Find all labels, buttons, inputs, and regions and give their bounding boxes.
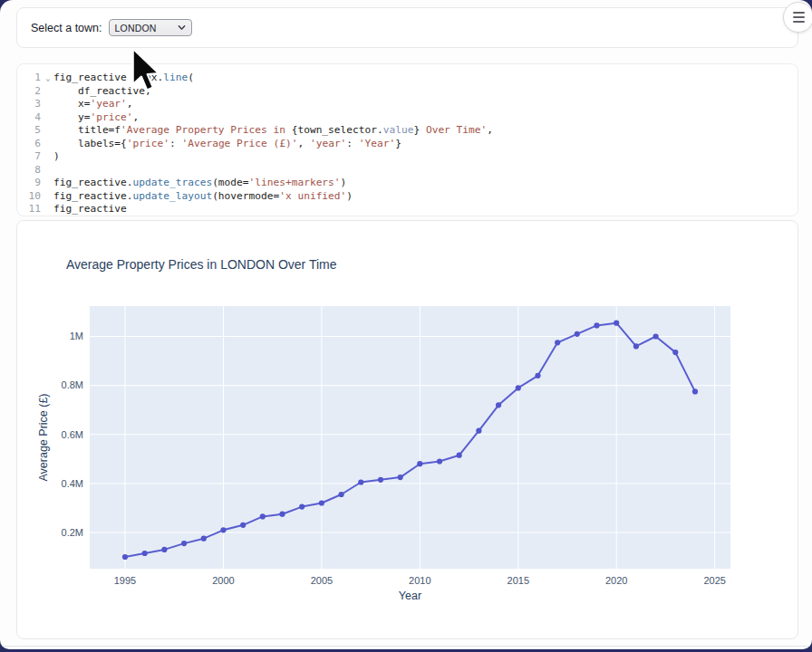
code-line: 5 title=f'Average Property Prices in {to… — [17, 124, 798, 138]
code-line: 8 — [17, 164, 798, 177]
y-axis-title: Average Price (£) — [37, 393, 50, 481]
town-selector-cell: Select a town: LONDON — [16, 7, 798, 48]
fold-gutter — [43, 111, 53, 125]
code-text: fig_reactive.update_traces(mode='lines+m… — [53, 177, 798, 190]
y-axis: 0.2M0.4M0.6M0.8M1MAverage Price (£) — [37, 331, 83, 538]
code-text: title=f'Average Property Prices in {town… — [53, 124, 798, 138]
code-text: ) — [53, 150, 798, 164]
line-number: 11 — [17, 203, 43, 216]
svg-text:0.4M: 0.4M — [62, 478, 83, 489]
code-text: labels={'price': 'Average Price (£)', 'y… — [53, 138, 798, 151]
fold-gutter — [43, 138, 53, 151]
code-line: 11fig_reactive — [17, 203, 798, 216]
svg-text:0.2M: 0.2M — [62, 527, 83, 538]
code-line: 10fig_reactive.update_layout(hovermode='… — [17, 190, 798, 204]
code-text: fig_reactive = px.line( — [53, 72, 798, 85]
bottom-divider — [0, 646, 812, 647]
line-number: 2 — [17, 85, 43, 99]
plotly-chart[interactable]: Average Property Prices in LONDON Over T… — [17, 221, 798, 638]
code-line: 4 y='price', — [17, 111, 798, 125]
line-number: 4 — [17, 111, 43, 125]
code-line: 3 x='year', — [17, 98, 798, 111]
hamburger-icon — [793, 12, 805, 23]
code-line: 2 df_reactive, — [17, 85, 798, 99]
town-select-dropdown[interactable]: LONDON — [109, 19, 192, 36]
svg-text:1995: 1995 — [114, 575, 136, 586]
code-line: 9fig_reactive.update_traces(mode='lines+… — [17, 177, 798, 190]
code-text: fig_reactive — [53, 203, 798, 216]
town-selector-label: Select a town: — [31, 22, 102, 34]
code-text: df_reactive, — [53, 85, 798, 99]
notebook-menu-button[interactable] — [783, 2, 812, 33]
fold-gutter — [43, 164, 53, 177]
svg-text:2015: 2015 — [508, 575, 529, 586]
x-axis: 1995200020052010201520202025Year — [114, 575, 726, 602]
x-axis-title: Year — [399, 590, 421, 602]
svg-text:2005: 2005 — [311, 575, 333, 586]
fold-caret-icon[interactable]: ⌄ — [43, 72, 53, 85]
fold-gutter — [43, 85, 53, 99]
town-select-value: LONDON — [115, 23, 157, 34]
line-number: 10 — [17, 190, 43, 204]
svg-text:2000: 2000 — [212, 575, 234, 586]
fold-gutter — [43, 203, 53, 216]
line-number: 5 — [17, 124, 43, 138]
chevron-down-icon — [178, 24, 186, 32]
fold-gutter — [43, 190, 53, 204]
code-text — [53, 164, 798, 177]
svg-text:2010: 2010 — [409, 575, 430, 586]
chart-output-cell: Average Property Prices in LONDON Over T… — [16, 220, 798, 639]
line-number: 9 — [17, 177, 43, 190]
code-editor[interactable]: 1⌄fig_reactive = px.line(2 df_reactive,3… — [16, 63, 798, 216]
fold-gutter — [43, 124, 53, 138]
code-text: fig_reactive.update_layout(hovermode='x … — [53, 190, 798, 204]
svg-text:2025: 2025 — [703, 575, 725, 586]
fold-gutter — [43, 177, 53, 190]
svg-text:1M: 1M — [70, 331, 83, 341]
notebook-canvas: Select a town: LONDON 1⌄fig_reactive = p… — [0, 0, 812, 649]
code-line: 1⌄fig_reactive = px.line( — [17, 72, 798, 85]
svg-text:2020: 2020 — [605, 575, 627, 586]
code-text: x='year', — [53, 98, 798, 111]
code-text: y='price', — [53, 111, 798, 125]
line-number: 1 — [17, 72, 43, 85]
line-number: 8 — [17, 164, 43, 177]
line-number: 3 — [17, 98, 43, 111]
svg-text:0.6M: 0.6M — [62, 429, 83, 440]
code-line: 7) — [17, 150, 798, 164]
fold-gutter — [43, 150, 53, 164]
line-number: 7 — [17, 150, 43, 164]
fold-gutter — [43, 98, 53, 111]
code-line: 6 labels={'price': 'Average Price (£)', … — [17, 138, 798, 151]
svg-text:0.8M: 0.8M — [62, 379, 83, 390]
line-number: 6 — [17, 138, 43, 151]
chart-title: Average Property Prices in LONDON Over T… — [66, 257, 337, 272]
